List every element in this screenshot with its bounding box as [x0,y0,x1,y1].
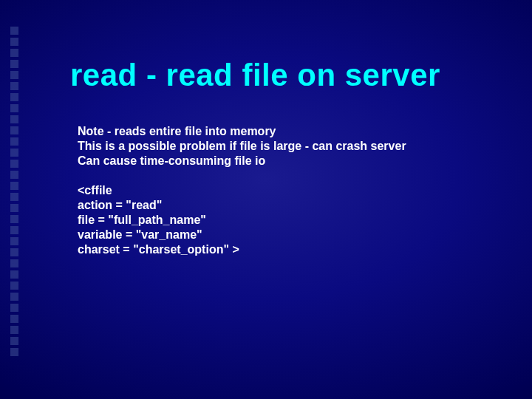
code-line: file = "full_path_name" [78,213,406,228]
note-line: This is a possible problem if file is la… [78,139,406,154]
slide-body: Note - reads entire file into memory Thi… [78,124,406,257]
note-line: Can cause time-consuming file io [78,154,406,168]
code-line: action = "read" [78,198,406,213]
code-line: <cffile [78,183,406,198]
note-line: Note - reads entire file into memory [78,124,406,139]
slide: read - read file on server Note - reads … [0,0,532,399]
code-line: variable = "var_name" [78,228,406,242]
decorative-dot-strip [10,27,21,356]
code-line: charset = "charset_option" > [78,242,406,257]
slide-title: read - read file on server [70,58,440,93]
